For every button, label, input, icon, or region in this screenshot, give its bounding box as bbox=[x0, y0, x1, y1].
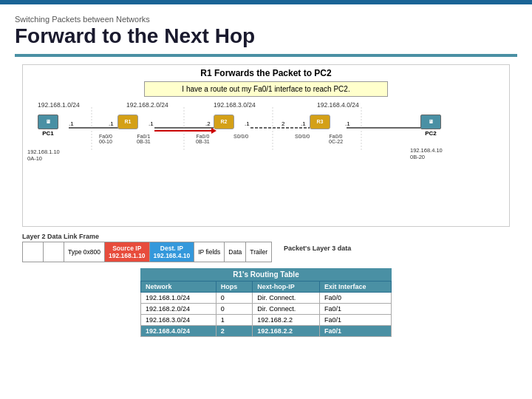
routing-table-row: 192.168.2.0/240Dir. Connect.Fa0/1 bbox=[141, 303, 392, 314]
routing-cell-network: 192.168.4.0/24 bbox=[141, 325, 216, 336]
routing-cell-hops: 1 bbox=[216, 314, 252, 325]
dot-r1-right1: .1 bbox=[109, 120, 114, 127]
device-r1: R1 bbox=[117, 115, 138, 129]
routing-cell-hops: 0 bbox=[216, 292, 252, 303]
r3-icon: R3 bbox=[310, 115, 330, 129]
r1-iface-right: Fa0/10B-31 bbox=[137, 134, 151, 144]
routing-cell-network: 192.168.3.0/24 bbox=[141, 314, 216, 325]
routing-section: R1's Routing Table Network Hops Next-hop… bbox=[22, 268, 510, 337]
routing-cell-network: 192.168.2.0/24 bbox=[141, 303, 216, 314]
routing-cell-nexthop: 192.168.2.2 bbox=[253, 325, 320, 336]
routing-cell-nexthop: Dir. Connect. bbox=[253, 303, 320, 314]
net-label-1: 192.168.1.0/24 bbox=[38, 101, 80, 109]
pc2-icon: 🖥 bbox=[420, 115, 441, 129]
dot-r2-left: .2 bbox=[205, 120, 211, 127]
r2-iface-left: Fa0/00B-31 bbox=[196, 134, 210, 144]
layer2-label: Layer 2 Data Link Frame bbox=[22, 233, 272, 240]
subtitle: Switching Packets between Networks bbox=[15, 15, 517, 24]
device-pc1: 🖥 PC1 bbox=[38, 115, 58, 137]
r2-iface-right: S0/0/0 bbox=[233, 134, 248, 139]
routing-cell-hops: 0 bbox=[216, 303, 252, 314]
routing-table-row: 192.168.3.0/241192.168.2.2Fa0/1 bbox=[141, 314, 392, 325]
accent-bar bbox=[15, 54, 517, 57]
routing-cell-exit: Fa0/0 bbox=[320, 292, 392, 303]
r3-iface-left: S0/0/0 bbox=[295, 134, 310, 139]
frame-dest-ip: Dest. IP192.168.4.10 bbox=[149, 242, 194, 262]
col-nexthop: Next-hop-IP bbox=[253, 281, 320, 292]
frame-cell-type: Type 0x800 bbox=[64, 242, 105, 262]
routing-table-row: 192.168.1.0/240Dir. Connect.Fa0/0 bbox=[141, 292, 392, 303]
pc1-ip: 192.168.1.100A-10 bbox=[27, 149, 60, 162]
dot-r3-right: .1 bbox=[345, 120, 350, 127]
frame-trailer: Trailer bbox=[246, 242, 272, 262]
col-exit: Exit Interface bbox=[320, 281, 392, 292]
r3-iface-right: Fa0/00C-22 bbox=[329, 134, 343, 144]
frame-left: Layer 2 Data Link Frame Type 0x800 Sourc… bbox=[22, 233, 272, 262]
frame-table: Type 0x800 Source IP192.168.1.10 Dest. I… bbox=[22, 242, 272, 262]
dot-r1-left: .1 bbox=[69, 120, 74, 127]
frame-section: Layer 2 Data Link Frame Type 0x800 Sourc… bbox=[22, 233, 510, 262]
routing-title: R1's Routing Table bbox=[140, 268, 392, 281]
net-label-2: 192.168.2.0/24 bbox=[126, 101, 168, 109]
diagram-title: R1 Forwards the Packet to PC2 bbox=[23, 65, 509, 81]
pc2-label: PC2 bbox=[425, 130, 437, 137]
dot-r3-left: .1 bbox=[301, 120, 306, 127]
frame-cell-1 bbox=[23, 242, 44, 262]
routing-cell-exit: Fa0/1 bbox=[320, 325, 392, 336]
slide-container: Switching Packets between Networks Forwa… bbox=[0, 4, 532, 344]
dot-mid: 2 bbox=[282, 120, 284, 127]
speech-bubble: I have a route out my Fa0/1 interface to… bbox=[144, 81, 388, 97]
frame-ip-fields: IP fields bbox=[194, 242, 225, 262]
dot-r2-right: .1 bbox=[245, 120, 250, 127]
r1-iface-left: Fa0/000-10 bbox=[99, 134, 112, 144]
pc2-ip: 192.168.4.100B-20 bbox=[410, 147, 443, 160]
pc1-label: PC1 bbox=[42, 130, 54, 137]
routing-cell-hops: 2 bbox=[216, 325, 252, 336]
routing-table-row: 192.168.4.0/242192.168.2.2Fa0/1 bbox=[141, 325, 392, 336]
col-network: Network bbox=[141, 281, 216, 292]
routing-cell-network: 192.168.1.0/24 bbox=[141, 292, 216, 303]
device-r2: R2 bbox=[214, 115, 234, 129]
net-label-3: 192.168.3.0/24 bbox=[214, 101, 256, 109]
routing-cell-exit: Fa0/1 bbox=[320, 303, 392, 314]
frame-data: Data bbox=[225, 242, 246, 262]
diagram-area: R1 Forwards the Packet to PC2 I have a r… bbox=[22, 64, 510, 227]
routing-table: Network Hops Next-hop-IP Exit Interface … bbox=[140, 281, 392, 337]
routing-cell-nexthop: 192.168.2.2 bbox=[253, 314, 320, 325]
layer3-label: Packet's Layer 3 data bbox=[284, 245, 351, 252]
routing-cell-exit: Fa0/1 bbox=[320, 314, 392, 325]
topology: 192.168.1.0/24 192.168.2.0/24 192.168.3.… bbox=[23, 100, 509, 196]
routing-cell-nexthop: Dir. Connect. bbox=[253, 292, 320, 303]
r2-icon: R2 bbox=[214, 115, 234, 129]
pc1-icon: 🖥 bbox=[38, 115, 58, 129]
r1-icon: R1 bbox=[117, 115, 138, 129]
device-r3: R3 bbox=[310, 115, 330, 129]
page-title: Forward to the Next Hop bbox=[15, 25, 517, 48]
col-hops: Hops bbox=[216, 281, 252, 292]
dot-r1-right2: .1 bbox=[149, 120, 154, 127]
net-label-4: 192.168.4.0/24 bbox=[317, 101, 359, 109]
device-pc2: 🖥 PC2 bbox=[420, 115, 441, 137]
frame-cell-2 bbox=[44, 242, 64, 262]
frame-source-ip: Source IP192.168.1.10 bbox=[104, 242, 149, 262]
